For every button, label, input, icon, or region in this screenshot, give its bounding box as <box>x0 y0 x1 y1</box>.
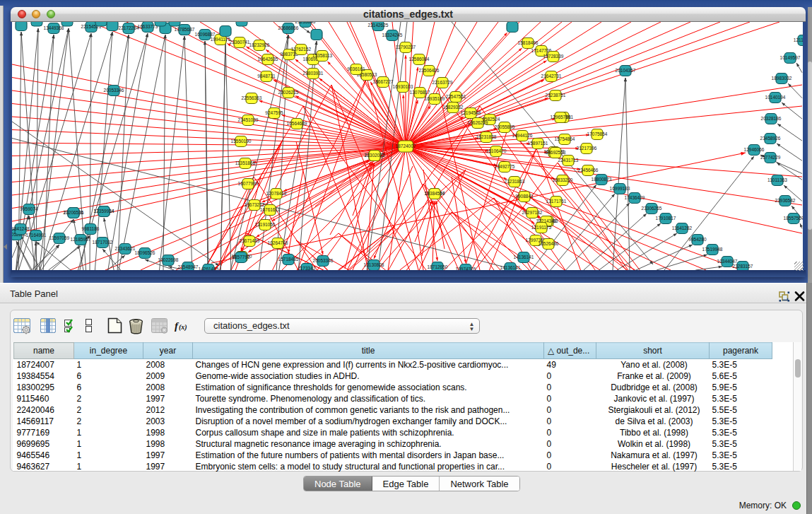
svg-text:16106470: 16106470 <box>486 148 507 153</box>
svg-text:20053346: 20053346 <box>313 258 334 263</box>
svg-text:23671439: 23671439 <box>240 238 260 243</box>
svg-text:15774229: 15774229 <box>760 155 781 160</box>
svg-text:15829332: 15829332 <box>443 105 464 110</box>
svg-text:10833230: 10833230 <box>553 177 573 182</box>
svg-text:15818496: 15818496 <box>518 40 539 45</box>
svg-text:14136141: 14136141 <box>500 265 521 270</box>
svg-text:23238751: 23238751 <box>546 93 566 98</box>
svg-text:21217396: 21217396 <box>577 146 597 151</box>
svg-text:18232926: 18232926 <box>249 42 270 47</box>
svg-text:12946066: 12946066 <box>744 147 765 152</box>
svg-text:11597059: 11597059 <box>49 235 70 240</box>
svg-text:18800873: 18800873 <box>592 177 612 182</box>
svg-text:22163729: 22163729 <box>433 80 453 85</box>
svg-text:22547551: 22547551 <box>446 94 466 99</box>
svg-text:9908841: 9908841 <box>515 194 534 199</box>
svg-text:16930103: 16930103 <box>393 84 413 89</box>
svg-text:17164991: 17164991 <box>26 233 47 238</box>
svg-text:14944126: 14944126 <box>512 133 533 138</box>
svg-text:20053346: 20053346 <box>104 88 124 93</box>
svg-text:(x): (x) <box>179 323 187 332</box>
svg-text:23936542: 23936542 <box>775 198 796 203</box>
svg-text:16231838: 16231838 <box>476 134 497 139</box>
svg-text:23456466: 23456466 <box>578 168 599 173</box>
svg-text:22142625: 22142625 <box>368 23 389 28</box>
svg-text:17910817: 17910817 <box>656 216 676 221</box>
svg-text:21343621: 21343621 <box>115 246 136 251</box>
svg-text:21642731: 21642731 <box>541 74 562 78</box>
svg-text:21255845: 21255845 <box>295 22 316 24</box>
svg-text:9036161: 9036161 <box>347 66 365 71</box>
svg-text:23026215: 23026215 <box>278 90 299 95</box>
svg-text:22431713: 22431713 <box>558 158 579 163</box>
svg-text:21231863: 21231863 <box>505 179 525 184</box>
svg-text:15897151: 15897151 <box>528 141 548 146</box>
svg-text:16077999: 16077999 <box>238 181 259 186</box>
svg-text:12078418: 12078418 <box>266 191 287 196</box>
svg-text:17436429: 17436429 <box>625 195 645 200</box>
svg-text:11641282: 11641282 <box>672 226 693 230</box>
svg-text:10022698: 10022698 <box>158 257 179 262</box>
svg-text:10344047: 10344047 <box>717 259 738 264</box>
svg-text:15358113: 15358113 <box>312 53 333 58</box>
svg-text:23458926: 23458926 <box>760 136 781 141</box>
svg-text:17359934: 17359934 <box>94 209 114 214</box>
svg-text:9848731: 9848731 <box>257 74 276 78</box>
svg-text:23283157: 23283157 <box>733 264 753 269</box>
svg-text:18717032: 18717032 <box>93 240 113 245</box>
svg-text:12965789: 12965789 <box>551 115 571 119</box>
svg-text:11762152: 11762152 <box>291 47 312 52</box>
svg-text:9247595: 9247595 <box>265 110 283 115</box>
svg-text:19384554: 19384554 <box>425 191 445 196</box>
svg-text:18557567: 18557567 <box>784 216 803 221</box>
svg-text:18324245: 18324245 <box>382 33 403 37</box>
svg-text:15754864: 15754864 <box>555 136 575 141</box>
svg-text:11011363: 11011363 <box>767 177 787 182</box>
svg-text:16999183: 16999183 <box>610 186 630 191</box>
svg-text:10642635: 10642635 <box>258 57 278 62</box>
svg-text:9959074: 9959074 <box>20 206 38 211</box>
svg-text:13673212: 13673212 <box>245 202 265 207</box>
svg-text:11790237: 11790237 <box>396 45 416 49</box>
svg-text:20104357: 20104357 <box>616 68 636 73</box>
svg-text:23302023: 23302023 <box>365 153 385 158</box>
svg-text:18712650: 18712650 <box>428 264 448 269</box>
svg-text:10149597: 10149597 <box>780 55 801 60</box>
svg-text:14692553: 14692553 <box>546 150 566 155</box>
svg-text:23360741: 23360741 <box>230 40 250 45</box>
svg-text:16761611: 16761611 <box>260 207 281 212</box>
svg-text:9954280: 9954280 <box>688 237 707 242</box>
svg-text:20297182: 20297182 <box>522 210 543 215</box>
svg-text:10264748: 10264748 <box>268 240 288 245</box>
svg-text:13785687: 13785687 <box>175 27 195 32</box>
svg-text:13191056: 13191056 <box>255 222 276 227</box>
svg-text:20686866: 20686866 <box>278 25 299 30</box>
svg-text:15718485: 15718485 <box>278 257 299 262</box>
svg-text:20055895: 20055895 <box>495 124 515 129</box>
svg-text:18724007: 18724007 <box>396 144 416 148</box>
svg-text:12194548: 12194548 <box>461 110 481 115</box>
svg-text:15728339: 15728339 <box>543 54 564 59</box>
svg-text:10564689: 10564689 <box>287 121 307 126</box>
svg-text:20328186: 20328186 <box>761 116 782 121</box>
svg-text:11351868: 11351868 <box>235 160 256 165</box>
svg-text:15550190: 15550190 <box>231 139 252 144</box>
svg-text:21548947: 21548947 <box>178 264 199 269</box>
svg-text:18096526: 18096526 <box>135 250 155 255</box>
svg-text:12191175: 12191175 <box>531 225 552 230</box>
svg-text:19941175: 19941175 <box>211 37 231 42</box>
svg-text:16096887: 16096887 <box>195 32 216 37</box>
svg-text:9981186: 9981186 <box>82 226 100 231</box>
svg-text:23506426: 23506426 <box>419 68 440 73</box>
svg-text:14136141: 14136141 <box>514 255 534 259</box>
svg-text:22172284: 22172284 <box>119 25 139 30</box>
svg-text:13076817: 13076817 <box>410 90 430 95</box>
svg-text:17075854: 17075854 <box>587 132 608 136</box>
svg-text:17519948: 17519948 <box>702 247 723 252</box>
svg-text:12117625: 12117625 <box>794 37 803 42</box>
svg-text:23492775: 23492775 <box>495 164 515 169</box>
svg-text:23451039: 23451039 <box>238 117 259 122</box>
svg-text:12586084: 12586084 <box>409 57 430 62</box>
svg-text:12185957: 12185957 <box>71 237 91 242</box>
svg-text:23306265: 23306265 <box>642 206 662 211</box>
